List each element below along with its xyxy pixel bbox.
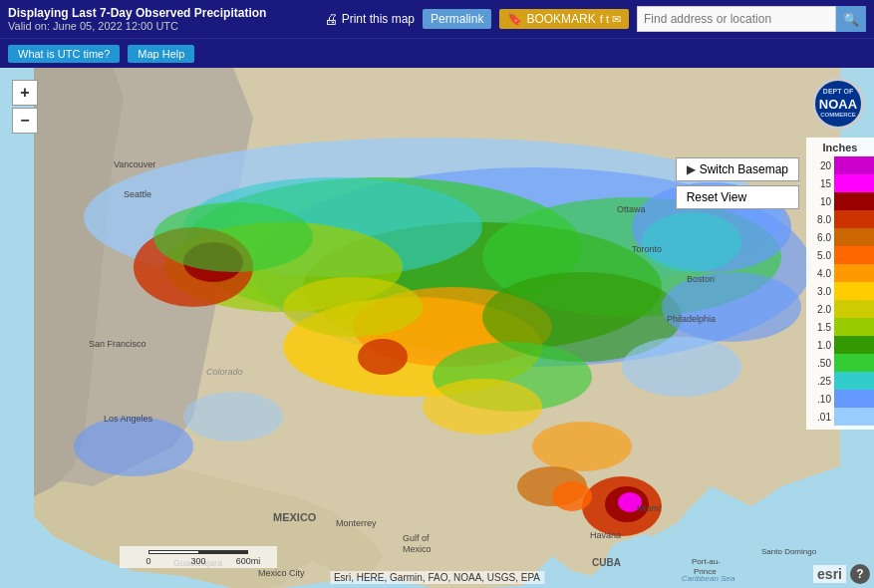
noaa-icon: DEPT OF NOAA COMMERCE: [819, 88, 857, 119]
legend-color-swatch: [834, 408, 874, 426]
legend-item: 6.0: [806, 228, 874, 246]
minus-icon: −: [20, 113, 29, 129]
legend-item: 15: [806, 174, 874, 192]
map-controls: ▶ Switch Basemap Reset View: [676, 157, 799, 209]
legend-item: 1.5: [806, 318, 874, 336]
bottom-right-controls: esri ?: [813, 564, 870, 584]
legend-color-swatch: [834, 372, 874, 390]
legend-color-swatch: [834, 390, 874, 408]
print-button[interactable]: 🖨 Print this map: [324, 11, 415, 27]
plus-icon: +: [20, 85, 29, 101]
legend-value: .25: [806, 376, 834, 387]
legend-value: 15: [806, 178, 834, 189]
legend-item: 8.0: [806, 210, 874, 228]
zoom-controls: + −: [12, 80, 38, 134]
legend-color-swatch: [834, 210, 874, 228]
legend-item: 20: [806, 156, 874, 174]
map-container[interactable]: + − DEPT OF NOAA COMMERCE ▶ Switch Basem…: [0, 68, 874, 588]
scale-labels: 0 300 600mi: [124, 556, 273, 566]
legend-value: 4.0: [806, 268, 834, 279]
precipitation-legend: Inches 2015108.06.05.04.03.02.01.51.0.50…: [806, 138, 874, 430]
legend-value: 20: [806, 160, 834, 171]
permalink-button[interactable]: Permalink: [423, 9, 491, 29]
legend-value: .50: [806, 358, 834, 369]
map-valid-time: Valid on: June 05, 2022 12:00 UTC: [8, 20, 314, 32]
legend-color-swatch: [834, 318, 874, 336]
arrow-icon: ▶: [687, 162, 696, 176]
legend-value: 1.0: [806, 340, 834, 351]
zoom-out-button[interactable]: −: [12, 108, 38, 134]
title-area: Displaying Last 7-Day Observed Precipita…: [8, 6, 314, 32]
legend-color-swatch: [834, 282, 874, 300]
legend-color-swatch: [834, 246, 874, 264]
legend-value: 6.0: [806, 232, 834, 243]
reset-view-button[interactable]: Reset View: [676, 185, 799, 209]
legend-color-swatch: [834, 156, 874, 174]
search-button[interactable]: 🔍: [836, 6, 866, 32]
esri-logo: esri: [813, 565, 846, 583]
utc-help-button[interactable]: What is UTC time?: [8, 45, 120, 63]
map-title: Displaying Last 7-Day Observed Precipita…: [8, 6, 314, 20]
top-actions: 🖨 Print this map Permalink 🔖 BOOKMARK f …: [324, 6, 866, 32]
social-icons: f t ✉: [600, 13, 621, 26]
legend-items: 2015108.06.05.04.03.02.01.51.0.50.25.10.…: [806, 156, 874, 426]
legend-value: 5.0: [806, 250, 834, 261]
legend-item: 1.0: [806, 336, 874, 354]
search-bar: 🔍: [637, 6, 866, 32]
legend-title: Inches: [806, 142, 874, 156]
scale-bar: 0 300 600mi: [120, 546, 277, 568]
legend-color-swatch: [834, 174, 874, 192]
switch-basemap-button[interactable]: ▶ Switch Basemap: [676, 157, 799, 181]
legend-item: .01: [806, 408, 874, 426]
legend-item: .10: [806, 390, 874, 408]
legend-value: 3.0: [806, 286, 834, 297]
legend-item: 10: [806, 192, 874, 210]
bookmark-button[interactable]: 🔖 BOOKMARK f t ✉: [499, 9, 629, 29]
legend-color-swatch: [834, 228, 874, 246]
zoom-in-button[interactable]: +: [12, 80, 38, 106]
legend-item: 3.0: [806, 282, 874, 300]
legend-item: 4.0: [806, 264, 874, 282]
legend-color-swatch: [834, 300, 874, 318]
legend-value: 2.0: [806, 304, 834, 315]
legend-item: .50: [806, 354, 874, 372]
legend-color-swatch: [834, 354, 874, 372]
legend-value: 10: [806, 196, 834, 207]
bookmark-icon: 🔖: [507, 12, 522, 26]
search-input[interactable]: [637, 6, 836, 32]
top-bar: Displaying Last 7-Day Observed Precipita…: [0, 0, 874, 38]
legend-value: .01: [806, 412, 834, 423]
legend-item: 5.0: [806, 246, 874, 264]
map-background: [0, 68, 874, 588]
legend-item: .25: [806, 372, 874, 390]
sub-bar: What is UTC time? Map Help: [0, 38, 874, 68]
legend-item: 2.0: [806, 300, 874, 318]
legend-value: 8.0: [806, 214, 834, 225]
help-button[interactable]: ?: [850, 564, 870, 584]
attribution-text: Esri, HERE, Garmin, FAO, NOAA, USGS, EPA: [330, 571, 544, 584]
search-icon: 🔍: [843, 12, 859, 27]
legend-color-swatch: [834, 336, 874, 354]
legend-value: .10: [806, 394, 834, 405]
noaa-logo: DEPT OF NOAA COMMERCE: [812, 78, 864, 130]
map-help-button[interactable]: Map Help: [128, 45, 194, 63]
legend-color-swatch: [834, 192, 874, 210]
print-icon: 🖨: [324, 11, 338, 27]
legend-value: 1.5: [806, 322, 834, 333]
legend-color-swatch: [834, 264, 874, 282]
